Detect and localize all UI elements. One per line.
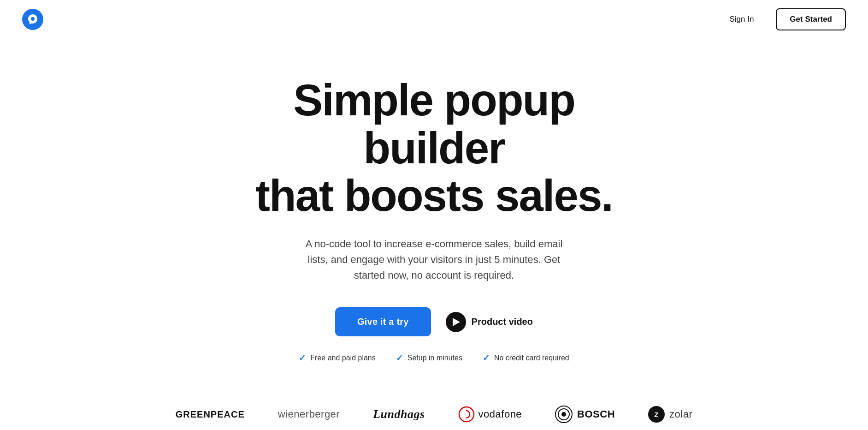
logo-greenpeace: GREENPEACE xyxy=(176,409,245,420)
svg-point-2 xyxy=(459,407,474,422)
check-icon-3: ✓ xyxy=(483,353,490,363)
logo-icon xyxy=(22,9,43,30)
header-nav: Sign In Get Started xyxy=(722,8,846,30)
bosch-icon xyxy=(555,406,573,423)
logo[interactable] xyxy=(22,9,43,30)
trust-label-1: Free and paid plans xyxy=(310,354,375,362)
sign-in-button[interactable]: Sign In xyxy=(722,11,761,28)
logo-wienerberger: wienerberger xyxy=(278,408,340,420)
header: Sign In Get Started xyxy=(0,0,868,39)
hero-section: Simple popup builder that boosts sales. … xyxy=(0,39,868,430)
trust-row: ✓ Free and paid plans ✓ Setup in minutes… xyxy=(299,353,569,363)
cta-row: Give it a try Product video xyxy=(335,307,533,336)
vodafone-icon xyxy=(458,406,475,423)
trust-item-2: ✓ Setup in minutes xyxy=(396,353,462,363)
give-it-a-try-button[interactable]: Give it a try xyxy=(335,307,431,336)
check-icon-2: ✓ xyxy=(396,353,403,363)
product-video-button[interactable]: Product video xyxy=(446,312,533,332)
logo-bosch: BOSCH xyxy=(555,406,615,423)
logos-section: GREENPEACE wienerberger Lundhags vodafon… xyxy=(18,396,850,430)
trust-item-3: ✓ No credit card required xyxy=(483,353,569,363)
play-icon xyxy=(446,312,466,332)
trust-label-3: No credit card required xyxy=(494,354,569,362)
zolar-icon: Z xyxy=(648,406,665,423)
logos-row: GREENPEACE wienerberger Lundhags vodafon… xyxy=(176,406,693,423)
hero-subtitle: A no-code tool to increase e-commerce sa… xyxy=(305,236,563,283)
logo-lundhags: Lundhags xyxy=(373,407,425,421)
play-triangle xyxy=(453,318,460,326)
svg-point-4 xyxy=(561,412,566,417)
logo-zolar: Z zolar xyxy=(648,406,692,423)
hero-title: Simple popup builder that boosts sales. xyxy=(227,76,642,220)
trust-item-1: ✓ Free and paid plans xyxy=(299,353,375,363)
logo-vodafone: vodafone xyxy=(458,406,522,423)
product-video-label: Product video xyxy=(472,317,533,327)
check-icon-1: ✓ xyxy=(299,353,306,363)
trust-label-2: Setup in minutes xyxy=(407,354,462,362)
get-started-button[interactable]: Get Started xyxy=(776,8,846,30)
svg-point-1 xyxy=(31,17,35,21)
